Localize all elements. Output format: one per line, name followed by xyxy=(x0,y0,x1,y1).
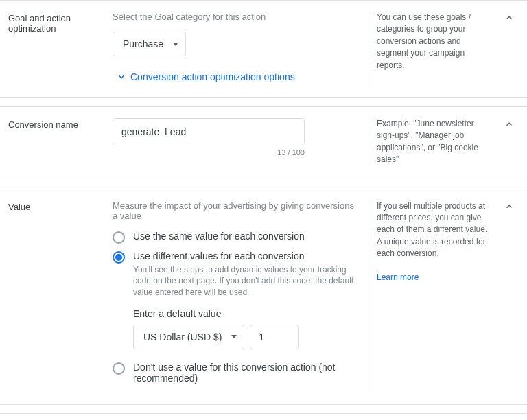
section-name: Conversion name 13 / 100 Example: "June … xyxy=(0,106,527,180)
goal-side-help: You can use these goals / categories to … xyxy=(368,12,491,84)
goal-title: Goal and action optimization xyxy=(8,12,104,84)
value-side-text: If you sell multiple products at differe… xyxy=(377,201,487,259)
value-option-same[interactable]: Use the same value for each conversion xyxy=(113,231,360,244)
value-same-label: Use the same value for each conversion xyxy=(133,231,360,242)
goal-category-select[interactable]: Purchase xyxy=(113,32,186,56)
value-help: Measure the impact of your advertising b… xyxy=(113,200,360,221)
default-value-label: Enter a default value xyxy=(133,308,360,319)
name-title: Conversion name xyxy=(8,118,104,166)
goal-help: Select the Goal category for this action xyxy=(113,12,360,22)
section-count: Count Select how many conversions to cou… xyxy=(0,413,527,420)
learn-more-link[interactable]: Learn more xyxy=(377,272,419,282)
chevron-down-icon xyxy=(117,72,126,82)
collapse-icon[interactable] xyxy=(504,13,514,23)
currency-value: US Dollar (USD $) xyxy=(143,331,222,342)
value-none-label: Don't use a value for this conversion ac… xyxy=(133,362,360,384)
default-value-input[interactable] xyxy=(250,325,299,349)
radio-icon xyxy=(113,251,125,264)
section-goal: Goal and action optimization Select the … xyxy=(0,0,527,98)
goal-category-value: Purchase xyxy=(123,38,163,49)
value-side-help: If you sell multiple products at differe… xyxy=(368,200,491,390)
radio-icon xyxy=(113,231,125,244)
name-counter: 13 / 100 xyxy=(113,148,305,156)
value-option-different[interactable]: Use different values for each conversion… xyxy=(113,250,360,349)
optimization-link-text: Conversion action optimization options xyxy=(130,71,295,82)
currency-select[interactable]: US Dollar (USD $) xyxy=(133,325,244,349)
caret-down-icon xyxy=(231,335,237,338)
name-main: 13 / 100 xyxy=(113,118,360,166)
conversion-optimization-expand[interactable]: Conversion action optimization options xyxy=(117,71,295,82)
section-value: Value Measure the impact of your adverti… xyxy=(0,189,527,405)
value-title: Value xyxy=(8,200,104,390)
radio-icon xyxy=(113,362,125,375)
value-option-none[interactable]: Don't use a value for this conversion ac… xyxy=(113,362,360,384)
goal-main: Select the Goal category for this action… xyxy=(113,12,360,84)
value-diff-label: Use different values for each conversion xyxy=(133,250,360,261)
conversion-name-input[interactable] xyxy=(113,118,305,145)
value-diff-sub: You'll see the steps to add dynamic valu… xyxy=(133,264,360,299)
collapse-icon[interactable] xyxy=(504,202,514,211)
collapse-icon[interactable] xyxy=(504,119,514,129)
caret-down-icon xyxy=(173,43,178,46)
name-side-help: Example: "June newsletter sign-ups", "Ma… xyxy=(368,118,491,166)
value-main: Measure the impact of your advertising b… xyxy=(113,200,360,390)
